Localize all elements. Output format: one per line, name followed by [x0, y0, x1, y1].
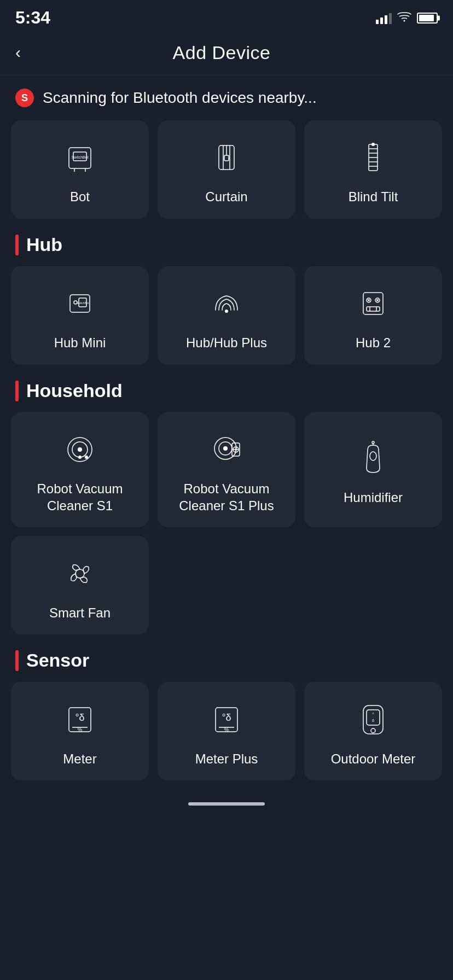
scanning-icon: S	[15, 89, 34, 107]
device-card-curtain[interactable]: Curtain	[158, 120, 295, 219]
svg-text:%: %	[78, 727, 83, 733]
device-card-meter[interactable]: °δ % Meter	[11, 682, 149, 780]
device-card-meter-plus[interactable]: °δ % Meter Plus	[158, 682, 295, 780]
curtain-label: Curtain	[205, 188, 247, 205]
device-card-bot[interactable]: SwitchBot Bot	[11, 120, 149, 219]
wifi-icon	[397, 11, 411, 25]
household-grid: Robot Vacuum Cleaner S1 Robot Vacuum Cle…	[11, 412, 442, 634]
blind-tilt-icon	[353, 138, 393, 177]
hub-section-bar	[15, 235, 19, 255]
hub-mini-icon: SwitchBot	[60, 284, 100, 323]
meter-plus-icon: °δ %	[207, 700, 246, 739]
sensor-section-title: Sensor	[26, 650, 89, 671]
device-card-humidifier[interactable]: Humidifier	[304, 412, 442, 527]
signal-icon	[376, 12, 392, 24]
robot-vacuum-s1-plus-icon	[207, 430, 246, 469]
device-card-robot-vacuum-s1[interactable]: Robot Vacuum Cleaner S1	[11, 412, 149, 527]
household-section-header: Household	[15, 380, 438, 401]
hub-grid: SwitchBot Hub Mini Hub/Hub Plus	[11, 266, 442, 365]
household-section-title: Household	[26, 380, 123, 401]
hub-plus-label: Hub/Hub Plus	[186, 334, 267, 351]
meter-label: Meter	[63, 750, 96, 767]
svg-text:SwitchBot: SwitchBot	[71, 155, 88, 159]
outdoor-meter-label: Outdoor Meter	[331, 750, 416, 767]
svg-point-47	[372, 441, 374, 444]
robot-vacuum-s1-label: Robot Vacuum Cleaner S1	[20, 480, 140, 514]
smart-fan-label: Smart Fan	[49, 604, 111, 621]
outdoor-meter-icon: ° δ	[353, 700, 393, 739]
svg-point-22	[225, 310, 228, 313]
sensor-grid: °δ % Meter °δ % Meter Plus	[11, 682, 442, 780]
device-card-hub-2[interactable]: Hub 2	[304, 266, 442, 365]
device-card-outdoor-meter[interactable]: ° δ Outdoor Meter	[304, 682, 442, 780]
svg-text:°: °	[372, 712, 374, 718]
device-card-smart-fan[interactable]: Smart Fan	[11, 536, 149, 634]
bot-icon: SwitchBot	[60, 138, 100, 177]
svg-point-17	[371, 143, 375, 146]
hub-2-icon	[353, 284, 393, 323]
svg-point-45	[370, 452, 376, 460]
sensor-section-header: Sensor	[15, 650, 438, 671]
humidifier-label: Humidifier	[344, 489, 403, 506]
back-button[interactable]: ‹	[15, 41, 27, 64]
svg-point-40	[223, 446, 228, 451]
humidifier-icon	[353, 439, 393, 478]
main-content: SwitchBot Bot Curtain	[0, 120, 453, 780]
svg-text:%: %	[224, 727, 229, 733]
svg-point-59	[371, 728, 375, 733]
status-icons	[376, 11, 438, 25]
blind-tilt-label: Blind Tilt	[349, 188, 398, 205]
status-bar: 5:34	[0, 0, 453, 32]
hub-mini-label: Hub Mini	[54, 334, 106, 351]
scanning-banner: S Scanning for Bluetooth devices nearby.…	[0, 75, 453, 120]
svg-text:SwitchBot: SwitchBot	[77, 301, 89, 305]
meter-icon: °δ %	[60, 700, 100, 739]
nav-bar: ‹ Add Device	[0, 32, 453, 75]
household-section-bar	[15, 381, 19, 401]
svg-point-36	[78, 456, 82, 459]
svg-point-48	[76, 569, 84, 578]
svg-point-37	[85, 456, 88, 459]
home-bar	[188, 802, 265, 806]
smart-fan-icon	[60, 554, 100, 593]
status-time: 5:34	[15, 8, 50, 28]
svg-text:°δ: °δ	[222, 712, 231, 723]
svg-point-0	[404, 20, 405, 21]
hub-section-title: Hub	[26, 234, 62, 255]
svg-text:°δ: °δ	[75, 712, 84, 723]
device-card-blind-tilt[interactable]: Blind Tilt	[304, 120, 442, 219]
device-card-robot-vacuum-s1-plus[interactable]: Robot Vacuum Cleaner S1 Plus	[158, 412, 295, 527]
svg-rect-9	[224, 155, 229, 161]
battery-icon	[417, 13, 438, 24]
svg-text:δ: δ	[372, 718, 375, 723]
curtain-icon	[207, 138, 246, 177]
robot-vacuum-s1-icon	[60, 430, 100, 469]
section-no-header-grid: SwitchBot Bot Curtain	[11, 120, 442, 219]
home-indicator	[0, 791, 453, 822]
hub-2-label: Hub 2	[356, 334, 391, 351]
bot-label: Bot	[70, 188, 90, 205]
hub-plus-icon	[207, 284, 246, 323]
scanning-text: Scanning for Bluetooth devices nearby...	[43, 89, 317, 107]
device-card-hub-mini[interactable]: SwitchBot Hub Mini	[11, 266, 149, 365]
meter-plus-label: Meter Plus	[195, 750, 258, 767]
sensor-section-bar	[15, 650, 19, 671]
svg-point-35	[78, 447, 82, 452]
robot-vacuum-s1-plus-label: Robot Vacuum Cleaner S1 Plus	[166, 480, 287, 514]
page-title: Add Device	[27, 42, 416, 63]
device-card-hub-plus[interactable]: Hub/Hub Plus	[158, 266, 295, 365]
svg-rect-30	[367, 307, 380, 311]
hub-section-header: Hub	[15, 234, 438, 255]
